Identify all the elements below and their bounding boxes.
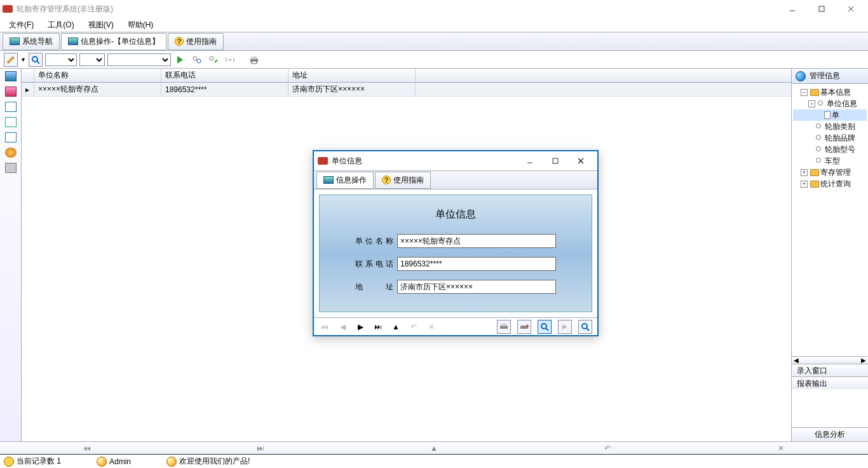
prev-record-button[interactable]: ◀ — [337, 321, 348, 333]
unit-info-dialog: 单位信息 信息操作 ? 使用指南 单位信息 单位名称 — [313, 150, 599, 336]
help-icon: ? — [382, 176, 391, 184]
minimize-button[interactable] — [778, 0, 807, 18]
filter-select-1[interactable] — [45, 53, 77, 66]
help-icon: ? — [175, 37, 184, 46]
dialog-tab-guide[interactable]: ? 使用指南 — [375, 172, 431, 189]
cell-name: ×××××轮胎寄存点 — [34, 83, 161, 96]
tree-store-mgmt[interactable]: +寄存管理 — [793, 167, 867, 178]
svg-rect-1 — [819, 6, 824, 11]
menu-help[interactable]: 帮助(H) — [121, 18, 160, 32]
tab-info-op[interactable]: 信息操作-【单位信息】 — [61, 33, 166, 50]
search-button[interactable] — [29, 53, 43, 67]
nav-up[interactable]: ▲ — [347, 444, 520, 453]
find-person-button[interactable] — [190, 53, 204, 67]
input-address[interactable] — [397, 280, 556, 294]
cell-phone: 1896532**** — [161, 83, 288, 96]
maximize-button[interactable] — [807, 0, 836, 18]
filter-select-3[interactable] — [107, 53, 171, 66]
side-icon-6[interactable] — [5, 148, 17, 158]
main-tabbar: 系统导航 信息操作-【单位信息】 ? 使用指南 — [0, 32, 868, 51]
col-addr[interactable]: 地址 — [288, 69, 416, 82]
up-button[interactable]: ▲ — [390, 321, 402, 333]
grid-row[interactable]: ▸ ×××××轮胎寄存点 1896532**** 济南市历下区×××××× — [22, 83, 791, 97]
dialog-tab-info[interactable]: 信息操作 — [316, 172, 374, 189]
grid-header-row: 单位名称 联系电话 地址 — [22, 69, 791, 83]
dialog-close-button[interactable] — [568, 152, 593, 170]
status-bar: 当前记录数 1 Admin 欢迎使用我们的产品! — [0, 454, 868, 468]
side-icon-2[interactable] — [5, 86, 17, 97]
app-title: 轮胎寄存管理系统(非注册版) — [17, 4, 778, 15]
next-record-button[interactable]: ▶ — [355, 321, 366, 333]
svg-point-8 — [210, 57, 214, 60]
tree-car-type[interactable]: 车型 — [793, 155, 867, 167]
right-panel: 管理信息 −基本信息 −单位信息 单 轮胎类别 轮胎品牌 轮胎型号 车型 +寄存… — [792, 69, 868, 441]
side-icon-1[interactable] — [5, 71, 17, 81]
tab-label: 信息操作 — [336, 175, 367, 186]
svg-rect-18 — [520, 326, 528, 329]
menu-tool[interactable]: 工具(O) — [41, 18, 80, 32]
nav-last[interactable]: ⏭ — [173, 444, 347, 453]
side-icon-7[interactable] — [5, 163, 17, 173]
form-panel: 单位信息 单位名称 联系电话 地 址 — [319, 195, 592, 312]
print-button[interactable] — [247, 53, 261, 67]
first-record-button[interactable]: ⏮ — [319, 321, 330, 333]
scroll-right-icon[interactable]: ▶ — [859, 357, 868, 364]
play-button[interactable] — [558, 320, 572, 334]
svg-line-22 — [587, 328, 589, 331]
tab-label: 系统导航 — [22, 36, 53, 47]
nav-delete[interactable]: ✕ — [695, 444, 868, 453]
run-button[interactable] — [173, 53, 187, 67]
tree-tire-brand[interactable]: 轮胎品牌 — [793, 132, 867, 144]
record-navbar: ⏮ ⏭ ▲ ↶ ✕ — [0, 441, 868, 454]
tab-label: 使用指南 — [186, 36, 217, 47]
tree-unit-info[interactable]: −单位信息 — [793, 98, 867, 109]
export-button[interactable] — [517, 320, 531, 334]
tree-stat-query[interactable]: +统计查询 — [793, 178, 867, 189]
titlebar: 轮胎寄存管理系统(非注册版) — [0, 0, 868, 18]
input-unit-name[interactable] — [397, 234, 556, 248]
dialog-titlebar[interactable]: 单位信息 — [314, 151, 597, 170]
nav-undo[interactable]: ↶ — [521, 444, 695, 453]
search-record-button[interactable] — [538, 320, 552, 334]
print-button[interactable] — [497, 320, 511, 334]
last-record-button[interactable]: ⏭ — [372, 321, 384, 333]
section-report-output[interactable]: 报表输出 — [792, 376, 868, 389]
nav-first[interactable]: ⏮ — [0, 444, 173, 453]
delete-button[interactable]: ✕ — [426, 321, 437, 333]
col-phone[interactable]: 联系电话 — [161, 69, 288, 82]
records-icon — [4, 457, 14, 467]
dialog-maximize-button[interactable] — [543, 152, 568, 170]
form-icon — [323, 176, 334, 184]
scroll-left-icon[interactable]: ◀ — [792, 357, 801, 364]
zoom-button[interactable] — [578, 320, 592, 334]
dialog-minimize-button[interactable] — [517, 152, 543, 170]
dropdown-arrow-icon[interactable]: ▼ — [20, 57, 26, 63]
close-button[interactable] — [836, 0, 865, 18]
menu-file[interactable]: 文件(F) — [3, 18, 40, 32]
section-input-window[interactable]: 录入窗口 — [792, 364, 868, 376]
link-button[interactable] — [223, 53, 237, 67]
edit-button[interactable] — [4, 53, 18, 67]
find-undo-button[interactable] — [207, 53, 220, 67]
side-icon-5[interactable] — [5, 132, 17, 142]
side-icon-4[interactable] — [5, 117, 17, 127]
undo-button[interactable]: ↶ — [408, 321, 419, 333]
col-name[interactable]: 单位名称 — [34, 69, 161, 82]
svg-rect-10 — [252, 57, 257, 59]
tree-basic-info[interactable]: −基本信息 — [793, 86, 867, 98]
status-records: 当前记录数 1 — [17, 456, 61, 467]
svg-rect-17 — [501, 324, 506, 326]
side-icon-3[interactable] — [5, 102, 17, 112]
filter-select-2[interactable] — [79, 53, 105, 66]
right-panel-footer[interactable]: 信息分析 — [792, 427, 868, 441]
tree-tire-type[interactable]: 轮胎类别 — [793, 121, 867, 132]
tab-guide[interactable]: ? 使用指南 — [168, 33, 224, 50]
cell-addr: 济南市历下区×××××× — [288, 83, 416, 96]
input-phone[interactable] — [397, 257, 556, 271]
tree-unit-sub[interactable]: 单 — [793, 109, 867, 121]
tab-system-nav[interactable]: 系统导航 — [3, 33, 60, 50]
menu-view[interactable]: 视图(V) — [82, 18, 120, 32]
status-welcome: 欢迎使用我们的产品! — [179, 456, 250, 467]
tree-tire-model[interactable]: 轮胎型号 — [793, 144, 867, 155]
globe-icon — [796, 71, 806, 81]
